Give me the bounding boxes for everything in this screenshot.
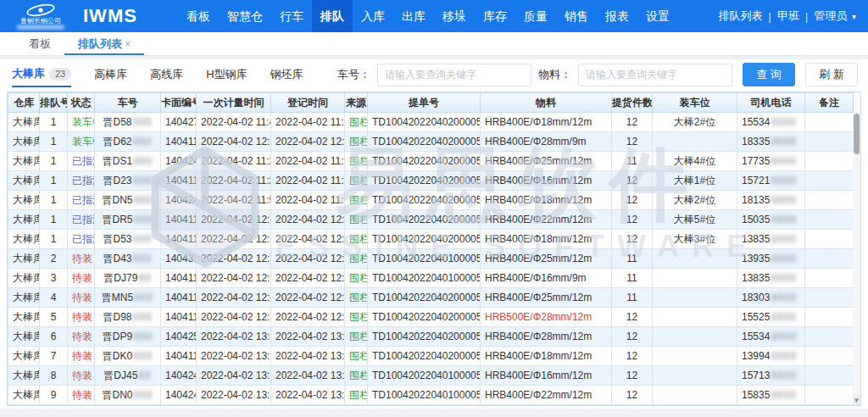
cell-source: 围栏 <box>345 171 368 191</box>
scroll-down-arrow[interactable]: ▼ <box>853 396 860 405</box>
cell-qty: 12 <box>612 366 653 386</box>
warehouse-tabs: 大棒库23高棒库高线库H型钢库钢坯库 <box>12 66 303 87</box>
nav-item-8[interactable]: 质量 <box>515 0 556 32</box>
cell-qty: 12 <box>612 132 653 152</box>
warehouse-tab-3[interactable]: H型钢库 <box>206 67 247 86</box>
cell-queue-no: 9 <box>40 386 68 405</box>
cell-queue-no: 4 <box>40 288 68 308</box>
cell-status: 已指派 <box>68 210 95 230</box>
nav-item-11[interactable]: 设置 <box>637 0 678 32</box>
cell-card-no: 14042419 <box>161 191 197 210</box>
cell-remark <box>805 308 854 327</box>
cell-warehouse: 大棒库 <box>8 210 40 230</box>
cell-source: 围栏 <box>345 191 368 210</box>
cell-dock: 大棒4#位 <box>653 152 737 171</box>
table-row[interactable]: 大棒库1已指派晋D53888140411192022-04-02 12:2120… <box>8 230 854 249</box>
cell-material: HRB400E/Φ18mm/12m <box>481 347 612 366</box>
warehouse-tab-1[interactable]: 高棒库 <box>94 67 127 86</box>
col-weigh-time: 一次计量时间 <box>197 93 271 113</box>
page-tabbar: 看板 排队列表× <box>0 32 868 56</box>
nav-item-3[interactable]: 排队 <box>312 0 353 32</box>
cell-phone: 139948888 <box>737 347 805 366</box>
nav-item-1[interactable]: 智慧仓 <box>219 0 271 32</box>
cell-source: 围栏 <box>345 230 368 249</box>
table-row[interactable]: 大棒库4待装晋MN5888140411192022-04-02 12:49202… <box>8 288 854 308</box>
table-scrollbar[interactable]: ▼ <box>853 113 860 405</box>
user-area: 排队列表 | 甲班 | 管理员 ▾ <box>719 8 856 24</box>
cell-phone: 181358888 <box>737 191 805 210</box>
cell-bill-no: TD10042022040100005315 <box>368 386 481 405</box>
cell-status: 待装 <box>68 249 95 269</box>
col-status: 状态 <box>68 93 95 113</box>
cell-card-no: 14041119 <box>161 288 197 308</box>
table-row[interactable]: 大棒库7待装晋DK0888140411192022-04-02 13:11202… <box>8 347 854 366</box>
nav-item-4[interactable]: 入库 <box>353 0 393 32</box>
cell-dock <box>653 386 737 405</box>
cell-vehicle: 晋DN5888 <box>95 191 161 210</box>
table-row[interactable]: 大棒库1装车中晋D58888140427192022-04-02 11:4320… <box>8 113 854 132</box>
cell-material: HRB500E/Φ28mm/12m <box>481 308 612 327</box>
cell-card-no: 14042719 <box>161 113 197 132</box>
nav-item-2[interactable]: 行车 <box>271 0 312 32</box>
cell-source: 围栏 <box>345 113 368 132</box>
warehouse-tab-2[interactable]: 高线库 <box>150 67 183 86</box>
cell-remark <box>805 249 854 269</box>
cell-phone: 157218888 <box>737 171 805 191</box>
queue-table: 仓库 排队号 状态 车号 卡面编号 一次计量时间 登记时间 来源 提单号 物料 … <box>7 92 861 406</box>
vehicle-search-input[interactable] <box>377 64 531 86</box>
cell-bill-no: TD10042022040200005319 <box>368 347 481 366</box>
material-search-input[interactable] <box>578 64 732 86</box>
cell-dock: 大棒3#位 <box>653 230 737 249</box>
nav-item-9[interactable]: 销售 <box>556 0 597 32</box>
cell-register-time: 2022-04-02 13:12 <box>271 347 345 366</box>
query-button[interactable]: 查 询 <box>743 63 795 86</box>
refresh-button[interactable]: 刷 新 <box>805 63 858 86</box>
table-row[interactable]: 大棒库1装车中晋D62888140411192022-04-02 12:4620… <box>8 132 854 152</box>
cell-status: 待装 <box>68 288 95 308</box>
table-row[interactable]: 大棒库1已指派晋DS1888140424192022-04-02 11:2620… <box>8 152 854 171</box>
logo-orbit-icon <box>24 3 58 17</box>
table-row[interactable]: 大棒库1已指派晋D23888140411192022-04-02 11:2820… <box>8 171 854 191</box>
tab-queue-list[interactable]: 排队列表× <box>64 32 144 55</box>
cell-material: HRB400E/Φ16mm/9m <box>481 269 612 288</box>
close-icon[interactable]: × <box>125 38 131 50</box>
table-header-row: 仓库 排队号 状态 车号 卡面编号 一次计量时间 登记时间 来源 提单号 物料 … <box>8 93 854 113</box>
cell-source: 围栏 <box>345 366 368 386</box>
table-row[interactable]: 大棒库3待装晋DJ7988140411192022-04-02 12:41202… <box>8 269 854 288</box>
nav-item-0[interactable]: 看板 <box>178 0 219 32</box>
cell-queue-no: 7 <box>40 347 68 366</box>
cell-queue-no: 3 <box>40 269 68 288</box>
separator: | <box>805 10 808 23</box>
nav-item-7[interactable]: 库存 <box>475 0 515 32</box>
cell-remark <box>805 366 854 386</box>
table-row[interactable]: 大棒库8待装晋DJ4588140424192022-04-02 13:15202… <box>8 366 854 386</box>
cell-dock <box>653 327 737 347</box>
tab-dashboard[interactable]: 看板 <box>15 32 64 55</box>
col-card-no: 卡面编号 <box>161 93 197 113</box>
cell-warehouse: 大棒库 <box>8 132 40 152</box>
table-row[interactable]: 大棒库9待装晋DN0888140424192022-04-02 13:18202… <box>8 386 854 405</box>
user-menu[interactable]: 管理员 ▾ <box>814 8 856 24</box>
table-row[interactable]: 大棒库6待装晋DP9888140425192022-04-02 13:09202… <box>8 327 854 347</box>
nav-item-6[interactable]: 移垛 <box>434 0 475 32</box>
cell-status: 已指派 <box>68 191 95 210</box>
cell-phone: 177358888 <box>737 152 805 171</box>
table-row[interactable]: 大棒库5待装晋D98888140411192022-04-02 12:50202… <box>8 308 854 327</box>
cell-warehouse: 大棒库 <box>8 386 40 405</box>
tab-queue-list-label: 排队列表 <box>78 37 122 50</box>
cell-vehicle: 晋DJ7988 <box>95 269 161 288</box>
cell-material: HRB400E/Φ25mm/12m <box>481 152 612 171</box>
table-row[interactable]: 大棒库1已指派晋DN5888140424192022-04-02 11:5320… <box>8 191 854 210</box>
cell-qty: 11 <box>612 249 653 269</box>
scrollbar-thumb[interactable] <box>854 114 860 154</box>
col-material: 物料 <box>481 93 612 113</box>
nav-item-5[interactable]: 出库 <box>393 0 434 32</box>
cell-material: HRB400E/Φ25mm/12m <box>481 249 612 269</box>
table-row[interactable]: 大棒库2待装晋D43888140431192022-04-02 12:24202… <box>8 249 854 269</box>
table-row[interactable]: 大棒库1已指派晋DR5888140411192022-04-02 12:0220… <box>8 210 854 230</box>
nav-item-10[interactable]: 报表 <box>597 0 637 32</box>
warehouse-tab-0[interactable]: 大棒库23 <box>12 66 71 87</box>
warehouse-tab-4[interactable]: 钢坯库 <box>270 67 303 86</box>
cell-weigh-time: 2022-04-02 11:28 <box>197 171 271 191</box>
cell-qty: 12 <box>612 327 653 347</box>
